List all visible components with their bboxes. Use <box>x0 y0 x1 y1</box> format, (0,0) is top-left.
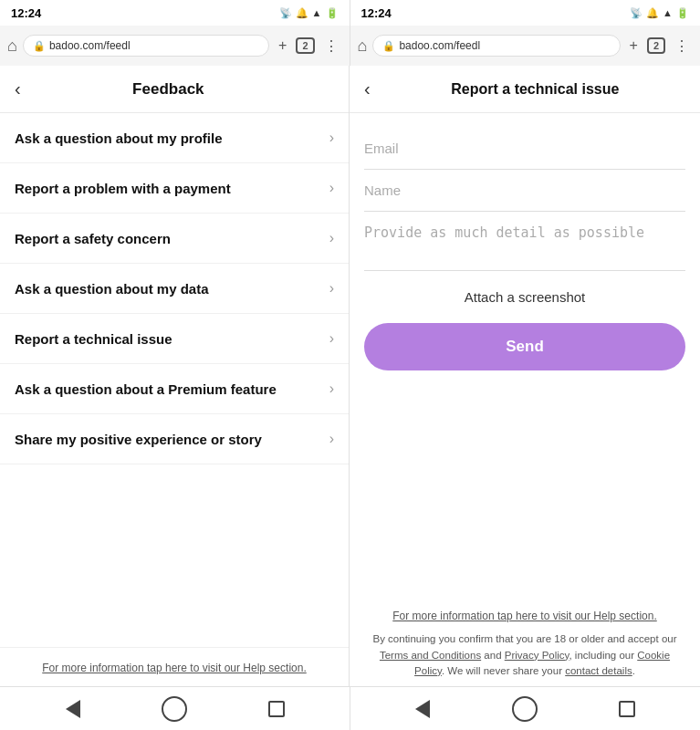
nav-bar-right <box>350 687 701 730</box>
menu-btn-right[interactable]: ⋮ <box>671 36 693 57</box>
recent-square-icon-right <box>619 701 635 717</box>
nav-home-right[interactable] <box>508 693 541 725</box>
menu-item-safety-label: Report a safety concern <box>15 231 329 246</box>
status-bar-right: 12:24 📡 🔔 ▲ 🔋 <box>350 0 701 26</box>
nav-recent-right[interactable] <box>611 693 643 725</box>
menu-item-premium-label: Ask a question about a Premium feature <box>15 381 329 397</box>
chevron-icon-safety: › <box>329 230 334 246</box>
browser-bar-left: ⌂ 🔒 badoo.com/feedl + 2 ⋮ <box>0 26 350 66</box>
menu-item-data[interactable]: Ask a question about my data › <box>0 264 349 314</box>
report-technical-header: ‹ Report a technical issue <box>350 66 700 113</box>
attach-screenshot-button[interactable]: Attach a screenshot <box>364 271 685 319</box>
menu-item-positive-label: Share my positive experience or story <box>15 432 329 447</box>
send-button[interactable]: Send <box>364 323 685 370</box>
terms-link[interactable]: Terms and Conditions <box>380 650 481 661</box>
chevron-icon-payment: › <box>329 180 334 196</box>
report-technical-title: Report a technical issue <box>385 81 685 98</box>
menu-item-technical[interactable]: Report a technical issue › <box>0 314 349 364</box>
status-bar: 12:24 📡 🔔 ▲ 🔋 12:24 📡 🔔 ▲ 🔋 <box>0 0 700 26</box>
menu-item-profile[interactable]: Ask a question about my profile › <box>0 113 349 163</box>
battery-icon-r: 🔋 <box>676 7 689 19</box>
time-left: 12:24 <box>11 6 41 20</box>
chevron-icon-premium: › <box>329 381 334 397</box>
cast-icon-r: 📡 <box>630 7 643 19</box>
address-bar-left[interactable]: 🔒 badoo.com/feedl <box>23 35 269 57</box>
report-technical-footer: For more information tap here to visit o… <box>350 599 700 686</box>
nav-back-left[interactable] <box>57 693 89 725</box>
home-icon-left[interactable]: ⌂ <box>7 36 17 56</box>
home-circle-icon-right <box>512 696 538 722</box>
new-tab-btn-left[interactable]: + <box>275 36 290 56</box>
menu-item-positive[interactable]: Share my positive experience or story › <box>0 414 349 464</box>
time-right: 12:24 <box>361 6 392 20</box>
menu-item-data-label: Ask a question about my data <box>15 281 329 297</box>
tab-count-left[interactable]: 2 <box>296 37 314 54</box>
chevron-icon-profile: › <box>329 130 334 146</box>
menu-item-profile-label: Ask a question about my profile <box>15 130 329 146</box>
back-triangle-icon-right <box>415 700 430 718</box>
chevron-icon-technical: › <box>329 330 334 347</box>
cast-icon: 📡 <box>279 7 292 19</box>
attach-screenshot-label: Attach a screenshot <box>465 289 586 305</box>
name-field[interactable] <box>364 170 685 212</box>
menu-item-safety[interactable]: Report a safety concern › <box>0 214 349 264</box>
detail-field[interactable] <box>364 212 685 271</box>
lock-icon-right: 🔒 <box>382 40 395 52</box>
nav-bar-left <box>0 687 350 730</box>
wifi-icon-r: ▲ <box>663 7 673 18</box>
menu-item-premium[interactable]: Ask a question about a Premium feature › <box>0 364 349 414</box>
feedback-help-link[interactable]: For more information tap here to visit o… <box>42 662 306 674</box>
privacy-link[interactable]: Privacy Policy <box>505 650 569 661</box>
feedback-footer: For more information tap here to visit o… <box>0 647 349 686</box>
vibrate-icon: 🔔 <box>296 7 308 19</box>
recent-square-icon-left <box>268 701 285 717</box>
tab-count-right[interactable]: 2 <box>647 37 665 54</box>
feedback-back-button[interactable]: ‹ <box>15 78 21 99</box>
nav-home-left[interactable] <box>158 693 191 725</box>
status-bar-left: 12:24 📡 🔔 ▲ 🔋 <box>0 0 350 26</box>
report-help-link[interactable]: For more information tap here to visit o… <box>364 610 685 622</box>
url-right: badoo.com/feedl <box>399 39 610 52</box>
report-technical-back-button[interactable]: ‹ <box>364 78 371 99</box>
chevron-icon-data: › <box>329 280 334 297</box>
vibrate-icon-r: 🔔 <box>646 7 659 19</box>
nav-recent-left[interactable] <box>260 693 293 725</box>
feedback-header: ‹ Feedback <box>0 66 349 113</box>
report-technical-panel: ‹ Report a technical issue Attach a scre… <box>350 66 700 686</box>
browser-bar: ⌂ 🔒 badoo.com/feedl + 2 ⋮ ⌂ 🔒 badoo.com/… <box>0 26 700 66</box>
feedback-menu-list: Ask a question about my profile › Report… <box>0 113 349 647</box>
report-technical-form: Attach a screenshot Send <box>350 113 700 599</box>
feedback-title: Feedback <box>36 80 301 99</box>
menu-btn-left[interactable]: ⋮ <box>320 36 342 57</box>
menu-item-technical-label: Report a technical issue <box>15 331 329 347</box>
url-left: badoo.com/feedl <box>49 39 259 52</box>
battery-icon: 🔋 <box>326 7 339 19</box>
main-panels: ‹ Feedback Ask a question about my profi… <box>0 66 700 686</box>
contact-link[interactable]: contact details <box>565 665 632 676</box>
footer-legal-text: By continuing you confirm that you are 1… <box>364 631 685 679</box>
chevron-icon-positive: › <box>329 431 334 447</box>
address-bar-right[interactable]: 🔒 badoo.com/feedl <box>372 35 620 57</box>
new-tab-btn-right[interactable]: + <box>626 36 642 56</box>
menu-item-payment[interactable]: Report a problem with a payment › <box>0 163 349 214</box>
home-circle-icon-left <box>162 696 187 722</box>
lock-icon-left: 🔒 <box>33 40 46 52</box>
menu-item-payment-label: Report a problem with a payment <box>15 181 329 196</box>
back-triangle-icon-left <box>66 700 80 718</box>
nav-bar <box>0 686 700 730</box>
feedback-panel: ‹ Feedback Ask a question about my profi… <box>0 66 350 686</box>
nav-back-right[interactable] <box>406 693 439 725</box>
email-field[interactable] <box>364 128 685 170</box>
browser-bar-right: ⌂ 🔒 badoo.com/feedl + 2 ⋮ <box>350 26 701 66</box>
wifi-icon: ▲ <box>312 7 322 18</box>
home-icon-right[interactable]: ⌂ <box>358 36 368 56</box>
